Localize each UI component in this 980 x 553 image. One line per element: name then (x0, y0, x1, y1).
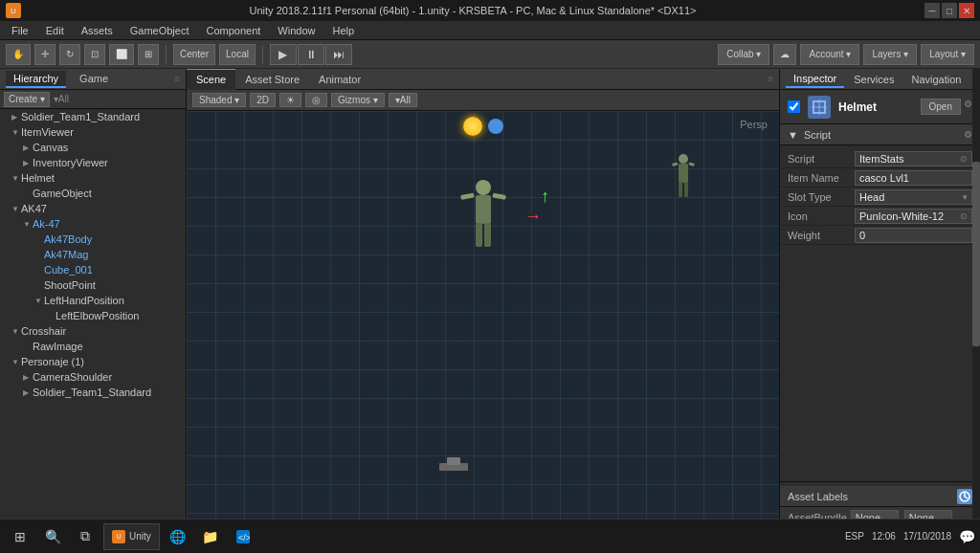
layers-button[interactable]: Layers ▾ (863, 44, 917, 65)
taskbar-date: 17/10/2018 (903, 531, 951, 542)
prop-slottype-dropdown[interactable]: ▾ (963, 192, 968, 202)
hierarchy-scrollbar[interactable] (972, 69, 980, 532)
hierarchy-item-crosshair[interactable]: ▼ Crosshair (0, 323, 186, 339)
scene-options[interactable]: ≡ (768, 74, 779, 84)
hierarchy-item-personaje[interactable]: ▼ Personaje (1) (0, 354, 186, 369)
hierarchy-content: ▶ Soldier_Team1_Standard ▼ ItemViewer ▶ … (0, 109, 186, 532)
play-button[interactable]: ▶ (270, 44, 297, 65)
hierarchy-item-shootpoint[interactable]: ShootPoint (0, 277, 186, 293)
inspector-gear[interactable]: ⚙ (964, 99, 972, 115)
taskbar-edge[interactable]: 🌐 (164, 523, 192, 550)
svg-rect-4 (476, 223, 482, 247)
tab-services[interactable]: Services (846, 72, 902, 87)
prop-weight-value[interactable]: 0 (855, 228, 972, 243)
hierarchy-create[interactable]: Create ▾ (4, 92, 50, 107)
hierarchy-item-soldier2[interactable]: ▶ Soldier_Team1_Standard (0, 385, 186, 400)
space-toggle[interactable]: Local (219, 44, 256, 65)
svg-rect-2 (460, 193, 475, 200)
maximize-button[interactable]: □ (942, 3, 957, 18)
prop-itemname-value[interactable]: casco Lvl1 (855, 170, 972, 186)
hierarchy-item-rawimage[interactable]: RawImage (0, 339, 186, 354)
object-icon (808, 96, 831, 119)
collab-button[interactable]: Collab ▾ (718, 44, 769, 65)
component-header-script[interactable]: ▼ Script ⚙ (780, 124, 980, 145)
menu-component[interactable]: Component (198, 23, 268, 38)
prop-slottype-value[interactable]: Head ▾ (855, 189, 972, 205)
hierarchy-options[interactable]: ≡ (174, 74, 180, 84)
hierarchy-item-ak47-root[interactable]: ▼ Ak-47 (0, 216, 186, 232)
menu-help[interactable]: Help (324, 23, 362, 38)
hierarchy-item-ak47body[interactable]: Ak47Body (0, 232, 186, 247)
open-button[interactable]: Open (921, 99, 961, 115)
svg-rect-10 (679, 182, 682, 197)
hierarchy-item-soldier1[interactable]: ▶ Soldier_Team1_Standard (0, 109, 186, 124)
gizmos-toggle[interactable]: Gizmos ▾ (331, 93, 385, 107)
svg-point-0 (476, 180, 491, 195)
arrow-icon: ▼ (34, 297, 44, 305)
arrow-icon: ▶ (23, 144, 33, 152)
taskbar-explorer[interactable]: 📁 (196, 523, 225, 550)
audio-toggle[interactable]: ◎ (305, 93, 327, 107)
hierarchy-item-lefthandpos[interactable]: ▼ LeftHandPosition (0, 293, 186, 308)
arrow-icon: ▼ (23, 220, 33, 229)
shading-mode[interactable]: Shaded ▾ (192, 93, 246, 107)
inspector-object-header: Helmet Open ⚙ (780, 90, 980, 124)
tool-rect[interactable]: ⬜ (109, 44, 134, 65)
layout-button[interactable]: Layout ▾ (921, 44, 974, 65)
inspector-tabs: Inspector Services Navigation (786, 71, 969, 88)
cloud-button[interactable]: ☁ (773, 44, 796, 65)
step-button[interactable]: ⏭ (325, 44, 352, 65)
taskbar-vscode[interactable]: </> (229, 523, 257, 550)
hierarchy-search[interactable]: ▾All (54, 94, 69, 104)
hierarchy-item-inventoryviewer[interactable]: ▶ InventoryViewer (0, 155, 186, 170)
component-gear[interactable]: ⚙ (964, 129, 972, 140)
pause-button[interactable]: ⏸ (298, 44, 324, 65)
tab-navigation[interactable]: Navigation (903, 72, 969, 87)
light-icon (488, 119, 503, 134)
prop-icon-select[interactable]: ⊙ (960, 211, 968, 221)
prop-icon-value: PunIcon-White-12 ⊙ (855, 209, 972, 224)
menu-gameobject[interactable]: GameObject (122, 23, 197, 38)
hierarchy-item-canvas[interactable]: ▶ Canvas (0, 140, 186, 155)
tool-rotate[interactable]: ↻ (59, 44, 80, 65)
tool-multi[interactable]: ⊞ (138, 44, 159, 65)
scene-view[interactable]: Persp (187, 111, 779, 532)
tab-inspector[interactable]: Inspector (786, 71, 844, 88)
close-button[interactable]: ✕ (959, 3, 974, 18)
task-view-button[interactable]: ⧉ (71, 523, 100, 550)
object-active-toggle[interactable] (788, 100, 800, 113)
hierarchy-item-itemviewer[interactable]: ▼ ItemViewer (0, 124, 186, 140)
hierarchy-item-helmet[interactable]: ▼ Helmet (0, 170, 186, 186)
search-filter[interactable]: ▾All (389, 93, 417, 107)
2d-toggle[interactable]: 2D (250, 93, 276, 107)
hierarchy-item-camerashoulder[interactable]: ▶ CameraShoulder (0, 369, 186, 385)
tool-hand[interactable]: ✋ (6, 44, 31, 65)
tool-scale[interactable]: ⊡ (84, 44, 105, 65)
tab-animator[interactable]: Animator (309, 69, 370, 90)
hierarchy-item-ak47mag[interactable]: Ak47Mag (0, 247, 186, 262)
hierarchy-item-ak47[interactable]: ▼ AK47 (0, 201, 186, 216)
tab-hierarchy[interactable]: Hierarchy (6, 71, 66, 88)
minimize-button[interactable]: ─ (924, 3, 940, 18)
tab-game[interactable]: Game (72, 71, 116, 88)
lighting-toggle[interactable]: ☀ (279, 93, 301, 107)
tab-scene[interactable]: Scene (187, 69, 235, 90)
menu-window[interactable]: Window (270, 23, 323, 38)
taskbar-unity[interactable]: U Unity (103, 523, 160, 550)
hierarchy-item-cube001[interactable]: Cube_001 (0, 262, 186, 277)
prop-script-select[interactable]: ⊙ (960, 154, 968, 164)
menu-assets[interactable]: Assets (74, 23, 121, 38)
arrow-icon: ▼ (11, 174, 21, 183)
taskbar-notification[interactable]: 💬 (959, 523, 974, 550)
hierarchy-item-gameobject[interactable]: GameObject (0, 186, 186, 201)
persp-label: Persp (740, 119, 768, 130)
start-button[interactable]: ⊞ (6, 523, 34, 550)
menu-edit[interactable]: Edit (38, 23, 72, 38)
search-button[interactable]: 🔍 (38, 523, 67, 550)
hierarchy-item-leftelbowpos[interactable]: LeftElbowPosition (0, 308, 186, 323)
menu-file[interactable]: File (4, 23, 36, 38)
tool-move[interactable]: ✛ (34, 44, 56, 65)
account-button[interactable]: Account ▾ (800, 44, 859, 65)
pivot-toggle[interactable]: Center (173, 44, 215, 65)
tab-asset-store[interactable]: Asset Store (235, 69, 309, 90)
